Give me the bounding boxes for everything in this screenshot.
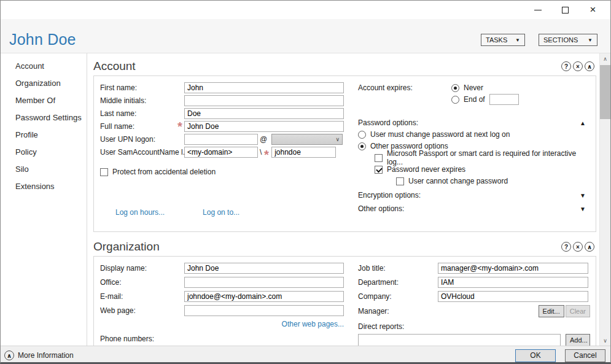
passport-required-checkbox[interactable] xyxy=(375,154,383,162)
ok-button[interactable]: OK xyxy=(515,349,556,362)
first-name-input[interactable] xyxy=(184,82,344,93)
organization-section-header: Organization ? × ∧ xyxy=(93,239,596,254)
first-name-label: First name: xyxy=(100,83,184,92)
scrollbar-thumb[interactable] xyxy=(600,65,610,119)
expires-end-of-radio[interactable] xyxy=(451,96,459,104)
minimize-icon[interactable] xyxy=(524,1,551,18)
collapse-section-icon[interactable]: ∧ xyxy=(585,61,594,71)
account-section-icons: ? × ∧ xyxy=(561,61,594,71)
password-options-label: Password options: xyxy=(358,118,418,127)
expires-never-radio[interactable] xyxy=(451,84,459,92)
more-information-toggle[interactable]: ∧ More Information xyxy=(4,350,74,360)
backslash-separator: \ xyxy=(260,148,262,157)
last-name-input[interactable] xyxy=(184,108,344,119)
display-name-input[interactable] xyxy=(184,263,344,274)
other-web-pages-link[interactable]: Other web pages... xyxy=(282,320,344,328)
password-never-expires-checkbox[interactable] xyxy=(375,166,383,174)
close-icon[interactable]: × xyxy=(579,1,607,18)
sidebar-item-organization[interactable]: Organization xyxy=(1,75,87,92)
title-bar: × xyxy=(1,1,610,19)
sidebar-item-policy[interactable]: Policy xyxy=(1,144,87,161)
log-on-hours-link[interactable]: Log on hours... xyxy=(115,208,165,217)
cannot-change-password-label: User cannot change password xyxy=(408,177,508,185)
account-panel: First name: Middle initials: Last name: xyxy=(93,76,596,232)
manager-edit-button[interactable]: Edit... xyxy=(539,305,564,317)
chevron-up-circle-icon: ∧ xyxy=(4,350,14,360)
expires-end-of-label: End of xyxy=(464,95,485,104)
organization-section-title: Organization xyxy=(93,240,160,254)
must-change-password-label: User must change password at next log on xyxy=(370,130,510,139)
expires-end-of-input[interactable] xyxy=(489,94,519,105)
help-icon[interactable]: ? xyxy=(561,61,571,71)
office-input[interactable] xyxy=(184,277,344,288)
vertical-scrollbar[interactable]: ∧ ∨ xyxy=(599,53,610,346)
job-title-input[interactable] xyxy=(438,263,588,274)
required-asterisk-icon: * xyxy=(177,123,182,130)
collapse-up-icon[interactable]: ▲ xyxy=(580,120,586,126)
cannot-change-password-checkbox[interactable] xyxy=(396,177,404,185)
tasks-button[interactable]: TASKS ▼ xyxy=(481,34,525,46)
other-password-options-radio[interactable] xyxy=(358,142,366,150)
full-name-label: Full name:* xyxy=(100,122,184,131)
company-label: Company: xyxy=(358,292,438,301)
other-options-label: Other options: xyxy=(358,204,404,213)
expires-never-label: Never xyxy=(464,83,483,92)
help-icon[interactable]: ? xyxy=(561,242,571,252)
sidebar-item-password-settings[interactable]: Password Settings xyxy=(1,109,87,126)
maximize-icon[interactable] xyxy=(551,1,579,18)
organization-panel: Display name: Office: E-mail: Web p xyxy=(93,256,596,346)
email-label: E-mail: xyxy=(100,292,184,301)
company-input[interactable] xyxy=(438,291,588,302)
password-never-expires-label: Password never expires xyxy=(387,165,465,174)
dialog-window: × John Doe TASKS ▼ SECTIONS ▼ Account Or… xyxy=(0,0,611,364)
manager-label: Manager: xyxy=(358,307,438,316)
expand-down-icon[interactable]: ▼ xyxy=(580,192,586,199)
sam-account-label: User SamAccountName l... xyxy=(100,148,184,157)
close-section-icon[interactable]: × xyxy=(573,61,583,71)
scroll-up-icon[interactable]: ∧ xyxy=(600,53,610,64)
phone-numbers-label: Phone numbers: xyxy=(100,335,223,343)
department-input[interactable] xyxy=(438,277,588,288)
scroll-down-icon[interactable]: ∨ xyxy=(600,335,610,346)
direct-reports-label: Direct reports: xyxy=(358,322,481,331)
middle-initials-input[interactable] xyxy=(184,95,344,106)
sections-button-label: SECTIONS xyxy=(543,36,578,44)
upn-domain-select[interactable]: ∨ xyxy=(271,134,343,145)
upn-logon-input[interactable] xyxy=(184,134,258,145)
sidebar-item-extensions[interactable]: Extensions xyxy=(1,178,87,195)
log-on-to-link[interactable]: Log on to... xyxy=(203,208,239,217)
display-name-label: Display name: xyxy=(100,264,184,273)
window-controls: × xyxy=(524,1,607,19)
encryption-options-label: Encryption options: xyxy=(358,191,421,199)
must-change-password-radio[interactable] xyxy=(358,131,366,139)
collapse-section-icon[interactable]: ∧ xyxy=(585,242,594,252)
main-content: Account ? × ∧ First name: xyxy=(87,53,599,346)
sam-domain-input[interactable] xyxy=(184,147,258,158)
protect-deletion-label: Protect from accidental deletion xyxy=(112,168,216,176)
job-title-label: Job title: xyxy=(358,264,438,273)
account-expires-label: Account expires: xyxy=(358,83,451,92)
sidebar-item-profile[interactable]: Profile xyxy=(1,126,87,144)
sam-account-input[interactable] xyxy=(271,147,336,158)
chevron-down-icon: ∨ xyxy=(336,136,340,142)
manager-clear-button[interactable]: Clear xyxy=(566,305,590,317)
full-name-input[interactable] xyxy=(184,121,344,132)
web-page-input[interactable] xyxy=(184,305,344,316)
close-section-icon[interactable]: × xyxy=(573,242,583,252)
sections-button[interactable]: SECTIONS ▼ xyxy=(539,34,597,46)
direct-reports-list[interactable] xyxy=(358,334,561,346)
upn-logon-label: User UPN logon: xyxy=(100,135,184,144)
cancel-button[interactable]: Cancel xyxy=(565,349,605,362)
direct-reports-add-button[interactable]: Add... xyxy=(566,334,590,346)
email-input[interactable] xyxy=(184,291,344,302)
dropdown-arrow-icon: ▼ xyxy=(515,37,520,43)
sidebar-item-account[interactable]: Account xyxy=(1,58,87,75)
expand-down-icon[interactable]: ▼ xyxy=(580,206,586,212)
middle-initials-label: Middle initials: xyxy=(100,96,184,105)
sidebar-item-member-of[interactable]: Member Of xyxy=(1,92,87,109)
web-page-label: Web page: xyxy=(100,306,184,315)
passport-required-label: Microsoft Passport or smart card is requ… xyxy=(387,149,590,166)
sidebar-item-silo[interactable]: Silo xyxy=(1,161,87,178)
last-name-label: Last name: xyxy=(100,109,184,118)
protect-deletion-checkbox[interactable] xyxy=(100,168,108,176)
